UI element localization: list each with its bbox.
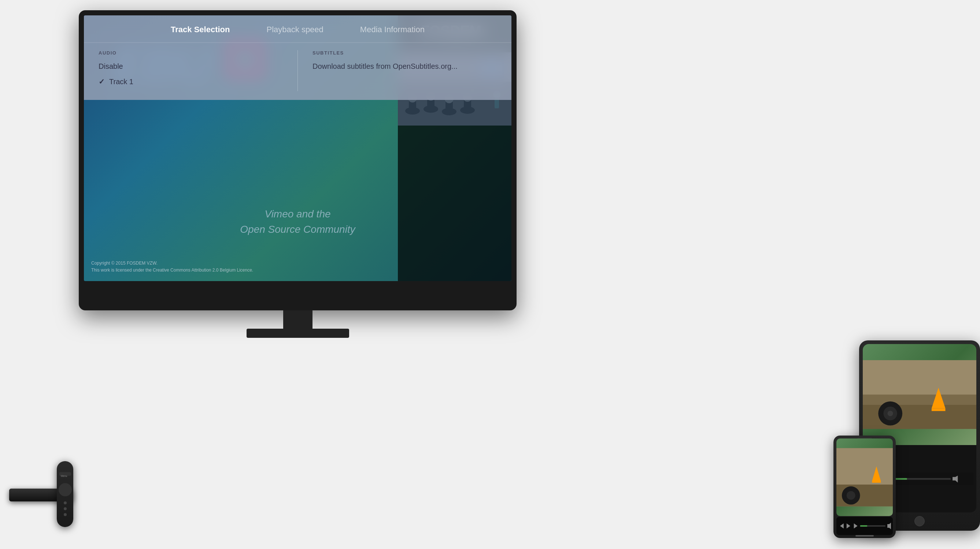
tv-frame: 0101010010110100101001011010010100101101… (79, 10, 517, 310)
tv-stand-neck (283, 310, 312, 330)
ipad-home-button[interactable] (915, 516, 925, 526)
iphone-controls-bar (837, 517, 893, 535)
audio-disable-item[interactable]: Disable (99, 61, 283, 72)
remote-play-button[interactable] (64, 501, 67, 505)
audio-section: AUDIO Disable ✓ Track 1 (99, 50, 298, 91)
remote-buttons (64, 501, 67, 516)
track1-label: Track 1 (109, 78, 134, 86)
subtitles-download-item[interactable]: Download subtitles from OpenSubtitles.or… (312, 61, 497, 72)
ipad-screen-content (863, 344, 976, 445)
track1-checkmark: ✓ (99, 77, 105, 86)
subtitles-label: SUBTITLES (312, 50, 497, 56)
svg-point-32 (888, 411, 893, 416)
tab-track-selection[interactable]: Track Selection (167, 24, 233, 36)
svg-point-46 (846, 491, 856, 500)
subtitles-download-link: Download subtitles from OpenSubtitles.or… (312, 62, 458, 71)
disable-track-label: Disable (99, 62, 123, 71)
iphone-home-indicator (856, 535, 874, 536)
copyright-text: Copyright © 2015 FOSDEM VZW. This work i… (91, 260, 253, 274)
audio-label: AUDIO (99, 50, 283, 56)
audio-track1-item[interactable]: ✓ Track 1 (99, 76, 283, 87)
subtitles-section: SUBTITLES Download subtitles from OpenSu… (298, 50, 497, 91)
tab-bar: Track Selection Playback speed Media Inf… (84, 15, 511, 43)
remote-menu-button[interactable]: Menu (59, 472, 71, 476)
remote-home-button[interactable] (64, 507, 67, 510)
svg-rect-28 (863, 395, 976, 405)
svg-rect-34 (932, 408, 945, 411)
remote-touchpad[interactable] (59, 483, 72, 496)
remote-vol-button[interactable] (64, 513, 67, 516)
apple-tv-remote: Menu (57, 461, 73, 527)
tab-media-information[interactable]: Media Information (356, 24, 428, 36)
tv-stand-base (247, 328, 349, 338)
iphone-container (834, 436, 896, 538)
iphone-screen-content (837, 438, 893, 516)
iphone-frame (834, 436, 896, 538)
svg-text:Menu: Menu (61, 475, 67, 477)
svg-rect-54 (860, 525, 867, 527)
track-selection-content: AUDIO Disable ✓ Track 1 SUBTITLES Downlo… (84, 43, 511, 100)
tab-playback-speed[interactable]: Playback speed (263, 24, 327, 36)
svg-rect-29 (863, 360, 976, 395)
tv-screen: 0101010010110100101001011010010100101101… (84, 15, 511, 281)
vlc-overlay-panel: Track Selection Playback speed Media Inf… (84, 15, 511, 100)
svg-rect-44 (837, 448, 893, 485)
svg-rect-48 (872, 481, 881, 483)
